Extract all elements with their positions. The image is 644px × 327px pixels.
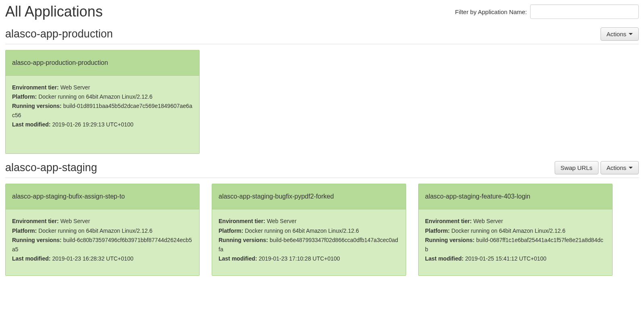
filter-label: Filter by Application Name: xyxy=(455,8,527,15)
field-line: Platform:Docker running on 64bit Amazon … xyxy=(425,226,606,236)
environment-grid: alasco-app-staging-bufix-assign-step-toE… xyxy=(5,184,639,275)
field-line: Last modified:2019-01-25 15:41:12 UTC+01… xyxy=(425,254,606,263)
environment-body: Environment tier:Web ServerPlatform:Dock… xyxy=(6,76,199,153)
field-line: Environment tier:Web Server xyxy=(12,217,193,226)
field-line: Last modified:2019-01-23 17:10:28 UTC+01… xyxy=(219,254,399,263)
field-line: Platform:Docker running on 64bit Amazon … xyxy=(219,226,399,236)
field-line: Platform:Docker running on 64bit Amazon … xyxy=(12,92,193,101)
environment-name[interactable]: alasco-app-staging-bugfix-pypdf2-forked xyxy=(212,184,406,209)
platform-value: Docker running on 64bit Amazon Linux/2.1… xyxy=(451,228,565,234)
envTier-value: Web Server xyxy=(473,218,503,224)
field-line: Last modified:2019-01-23 16:28:32 UTC+01… xyxy=(12,254,193,263)
app-title: alasco-app-production xyxy=(5,28,113,40)
field-line: Environment tier:Web Server xyxy=(425,217,606,226)
environment-card[interactable]: alasco-app-staging-bugfix-pypdf2-forkedE… xyxy=(212,184,406,275)
envTier-value: Web Server xyxy=(60,218,90,224)
lastModified-value: 2019-01-26 19:29:13 UTC+0100 xyxy=(52,121,134,128)
field-line: Platform:Docker running on 64bit Amazon … xyxy=(12,226,193,236)
environment-name[interactable]: alasco-app-production-production xyxy=(6,50,199,76)
lastModified-value: 2019-01-23 16:28:32 UTC+0100 xyxy=(52,255,134,262)
page-header: All Applications Filter by Application N… xyxy=(5,0,639,20)
field-line: Running versions:build-be6e487993347f02d… xyxy=(219,236,399,254)
envTier-value: Web Server xyxy=(267,218,297,224)
platform-label: Platform: xyxy=(12,228,37,234)
platform-label: Platform: xyxy=(12,93,37,100)
environment-card[interactable]: alasco-app-staging-bufix-assign-step-toE… xyxy=(5,184,200,275)
caret-down-icon xyxy=(629,167,633,169)
environment-name[interactable]: alasco-app-staging-bufix-assign-step-to xyxy=(6,184,199,209)
platform-value: Docker running on 64bit Amazon Linux/2.1… xyxy=(38,228,152,234)
envTier-label: Environment tier: xyxy=(12,84,59,91)
swap-urls-button[interactable]: Swap URLs xyxy=(555,161,599,174)
field-line: Running versions:build-6c80b73597496cf6b… xyxy=(12,236,193,254)
platform-value: Docker running on 64bit Amazon Linux/2.1… xyxy=(38,93,152,100)
environment-card[interactable]: alasco-app-staging-feature-403-loginEnvi… xyxy=(418,184,613,275)
button-group: Actions xyxy=(601,27,639,41)
app-header: alasco-app-productionActions xyxy=(5,27,639,44)
filter-input[interactable] xyxy=(530,4,639,19)
actions-label: Actions xyxy=(607,164,626,171)
runningVersions-label: Running versions: xyxy=(12,103,62,109)
lastModified-value: 2019-01-25 15:41:12 UTC+0100 xyxy=(465,255,547,262)
field-line: Environment tier:Web Server xyxy=(219,217,399,226)
filter-group: Filter by Application Name: xyxy=(455,4,639,19)
lastModified-label: Last modified: xyxy=(425,255,464,262)
actions-label: Actions xyxy=(607,31,626,37)
envTier-label: Environment tier: xyxy=(12,218,59,224)
field-line: Last modified:2019-01-26 19:29:13 UTC+01… xyxy=(12,120,193,129)
actions-button[interactable]: Actions xyxy=(601,27,639,41)
app-title: alasco-app-staging xyxy=(5,161,97,174)
button-group: Swap URLsActions xyxy=(555,161,639,174)
platform-label: Platform: xyxy=(425,228,450,234)
caret-down-icon xyxy=(629,33,633,35)
environment-card[interactable]: alasco-app-production-productionEnvironm… xyxy=(5,50,200,154)
platform-value: Docker running on 64bit Amazon Linux/2.1… xyxy=(245,228,359,234)
environment-name[interactable]: alasco-app-staging-feature-403-login xyxy=(419,184,612,209)
environment-body: Environment tier:Web ServerPlatform:Dock… xyxy=(212,209,406,275)
actions-button[interactable]: Actions xyxy=(601,161,639,174)
lastModified-label: Last modified: xyxy=(12,255,51,262)
field-line: Running versions:build-01d8911baa45b5d2d… xyxy=(12,101,193,120)
page-title: All Applications xyxy=(5,3,103,20)
environment-body: Environment tier:Web ServerPlatform:Dock… xyxy=(419,209,612,275)
lastModified-value: 2019-01-23 17:10:28 UTC+0100 xyxy=(259,255,340,262)
field-line: Environment tier:Web Server xyxy=(12,83,193,92)
lastModified-label: Last modified: xyxy=(219,255,257,262)
environment-grid: alasco-app-production-productionEnvironm… xyxy=(5,50,639,154)
app-header: alasco-app-stagingSwap URLsActions xyxy=(5,161,639,178)
runningVersions-label: Running versions: xyxy=(219,237,268,243)
envTier-label: Environment tier: xyxy=(425,218,472,224)
runningVersions-label: Running versions: xyxy=(425,237,475,243)
app-section: alasco-app-stagingSwap URLsActionsalasco… xyxy=(5,161,639,275)
environment-body: Environment tier:Web ServerPlatform:Dock… xyxy=(6,209,199,275)
envTier-value: Web Server xyxy=(60,84,90,91)
field-line: Running versions:build-0687ff1c1e6baf254… xyxy=(425,236,606,254)
app-section: alasco-app-productionActionsalasco-app-p… xyxy=(5,27,639,154)
envTier-label: Environment tier: xyxy=(219,218,265,224)
platform-label: Platform: xyxy=(219,228,243,234)
lastModified-label: Last modified: xyxy=(12,121,51,128)
runningVersions-label: Running versions: xyxy=(12,237,62,243)
